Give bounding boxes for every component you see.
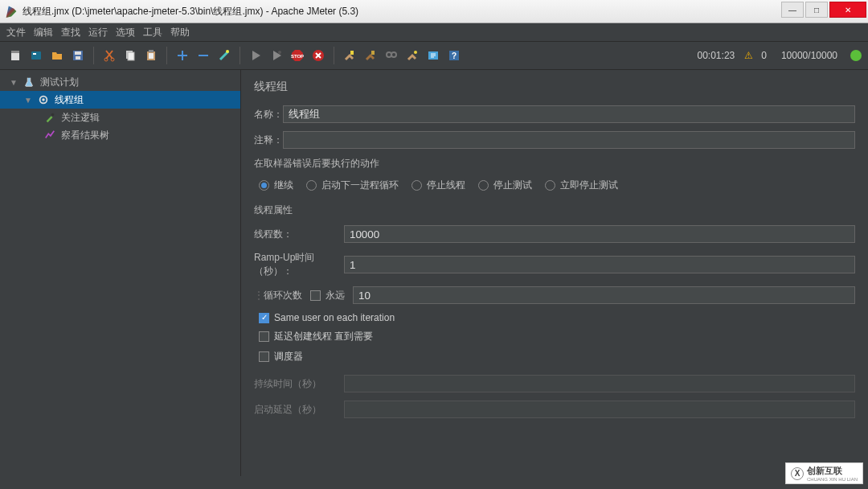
search-icon[interactable] [383,47,400,64]
svg-point-23 [414,51,417,54]
reset-search-icon[interactable] [403,47,421,64]
svg-rect-10 [128,52,134,60]
panel-heading: 线程组 [254,80,855,94]
menu-tools[interactable]: 工具 [143,26,162,39]
svg-text:STOP: STOP [291,54,304,59]
tree-label: 线程组 [55,93,84,107]
delay-create-row[interactable]: 延迟创建线程 直到需要 [259,330,855,343]
rampup-input[interactable] [344,256,855,273]
thread-ratio: 10000/10000 [781,50,837,61]
loops-label: 循环次数 [264,289,310,302]
tree-node-results-tree[interactable]: 察看结果树 [0,126,240,144]
tree-node-thread-group[interactable]: ▼ 线程组 [0,91,240,109]
radio-icon [306,180,317,191]
start-no-timers-icon[interactable] [268,47,285,64]
menu-options[interactable]: 选项 [116,26,135,39]
menu-file[interactable]: 文件 [6,26,26,39]
tree-label: 测试计划 [40,76,79,89]
grip-icon[interactable]: ⋮ [254,290,260,301]
chevron-down-icon[interactable]: ▼ [10,78,18,87]
toggle-icon[interactable] [215,47,233,64]
loops-input[interactable] [353,286,855,304]
radio-stop-test-now[interactable]: 立即停止测试 [545,179,618,192]
startup-delay-input [344,401,855,418]
tree-node-sampler[interactable]: 关注逻辑 [0,109,240,126]
error-count: 0 [761,50,767,61]
checkbox-icon [259,313,269,323]
maximize-button[interactable]: □ [805,2,828,18]
shutdown-icon[interactable] [309,47,327,64]
menu-help[interactable]: 帮助 [170,26,190,39]
menu-edit[interactable]: 编辑 [34,26,53,39]
collapse-icon[interactable] [194,47,212,64]
comment-label: 注释： [254,134,283,147]
warning-icon[interactable]: ⚠ [744,50,753,61]
svg-rect-3 [33,53,36,55]
tree-label: 关注逻辑 [61,111,100,125]
watermark: X 创新互联 CHUANG XIN HU LIAN [785,462,863,484]
function-helper-icon[interactable] [424,47,442,64]
radio-stop-thread[interactable]: 停止线程 [411,179,465,192]
watermark-logo-icon: X [791,467,804,480]
templates-icon[interactable] [27,47,45,64]
checkbox-icon [259,331,269,342]
duration-input [344,375,855,392]
threads-label: 线程数： [254,228,344,241]
jmeter-feather-icon [5,5,18,18]
new-file-icon[interactable] [6,47,24,64]
tree-node-test-plan[interactable]: ▼ 测试计划 [0,73,240,91]
editor-panel: 线程组 名称： 注释： 在取样器错误后要执行的动作 继续 启动下一进程循环 停止… [241,70,868,476]
svg-point-28 [42,98,45,101]
expand-icon[interactable] [174,47,191,64]
svg-point-29 [51,113,55,117]
forever-checkbox[interactable] [310,290,321,301]
svg-rect-12 [149,53,154,59]
beaker-icon [23,76,35,88]
menu-run[interactable]: 运行 [88,26,108,39]
menu-bar: 文件 编辑 查找 运行 选项 工具 帮助 [0,23,868,41]
radio-next-loop[interactable]: 启动下一进程循环 [306,179,399,192]
menu-search[interactable]: 查找 [61,26,80,39]
rampup-label: Ramp-Up时间（秒）： [254,251,344,278]
close-button[interactable]: ✕ [829,2,866,18]
duration-label: 持续时间（秒） [254,377,344,391]
svg-rect-6 [76,56,80,60]
svg-point-15 [278,51,281,54]
svg-text:?: ? [452,51,457,60]
svg-rect-2 [31,51,41,60]
help-icon[interactable]: ? [445,47,463,64]
threads-input[interactable] [344,225,855,243]
start-icon[interactable] [247,47,264,64]
radio-icon [259,180,269,191]
stop-icon[interactable]: STOP [289,47,306,64]
open-file-icon[interactable] [48,47,66,64]
gear-icon [37,93,50,106]
copy-icon[interactable] [121,47,139,64]
svg-rect-5 [75,51,81,55]
toolbar: STOP ? 00:01:23 ⚠ 0 10000/10000 [0,41,868,70]
chevron-down-icon[interactable]: ▼ [24,96,32,105]
svg-point-14 [226,50,229,53]
test-plan-tree: ▼ 测试计划 ▼ 线程组 关注逻辑 察看结果树 [0,70,241,476]
paste-icon[interactable] [142,47,160,64]
same-user-row[interactable]: Same user on each iteration [259,312,855,323]
status-indicator-icon [850,50,862,61]
scheduler-row[interactable]: 调度器 [259,350,855,364]
svg-rect-1 [11,51,19,53]
comment-input[interactable] [283,131,855,149]
clear-icon[interactable] [341,47,358,64]
clear-all-icon[interactable] [362,47,379,64]
radio-stop-test[interactable]: 停止测试 [478,179,532,192]
window-titlebar: 线程组.jmx (D:\jmeter\apache-jmeter-5.3\bin… [0,0,868,23]
radio-continue[interactable]: 继续 [259,179,293,192]
name-label: 名称： [254,108,283,121]
dropper-icon [43,111,56,124]
tree-label: 察看结果树 [61,129,109,142]
name-input[interactable] [283,105,855,123]
save-icon[interactable] [69,47,87,64]
cut-icon[interactable] [100,47,118,64]
window-title: 线程组.jmx (D:\jmeter\apache-jmeter-5.3\bin… [23,5,358,18]
onerror-heading: 在取样器错误后要执行的动作 [254,157,855,171]
minimize-button[interactable]: — [781,2,804,18]
elapsed-time: 00:01:23 [698,50,735,61]
